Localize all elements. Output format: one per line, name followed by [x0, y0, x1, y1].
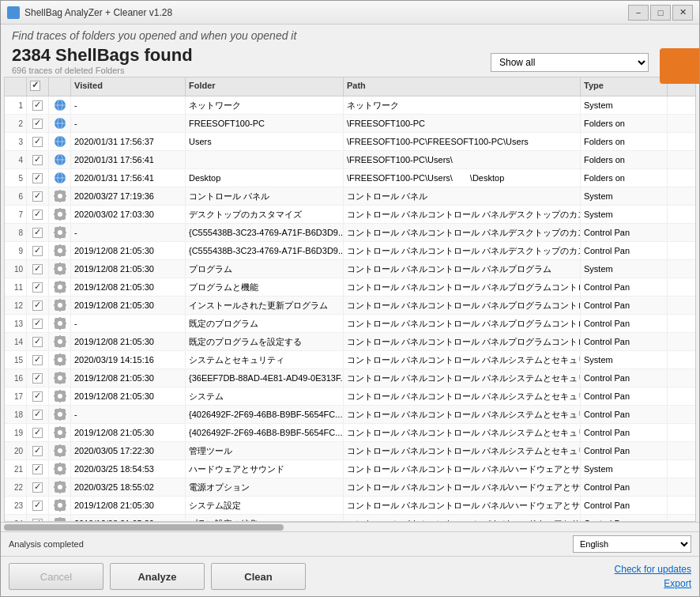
- table-row[interactable]: 15 2020/03/19 14:15:16 システムとセキュリティ コントロー…: [5, 351, 695, 369]
- row-check[interactable]: [32, 501, 43, 511]
- row-checkbox[interactable]: [27, 224, 49, 241]
- row-checkbox[interactable]: [27, 96, 49, 114]
- row-check[interactable]: [32, 137, 43, 147]
- analyze-button[interactable]: Analyze: [110, 563, 205, 590]
- row-checkbox[interactable]: [27, 333, 49, 350]
- svg-rect-83: [59, 390, 61, 392]
- row-checkbox[interactable]: [27, 187, 49, 205]
- table-row[interactable]: 6 2020/03/27 17:19:36 コントロール パネル コントロール …: [5, 187, 695, 206]
- table-row[interactable]: 5 2020/01/31 17:56:41 Desktop \FREESOFT1…: [5, 169, 695, 187]
- show-all-dropdown[interactable]: Show all: [491, 53, 649, 72]
- table-row[interactable]: 4 2020/01/31 17:56:41 \FREESOFT100-PC\Us…: [5, 151, 695, 169]
- deleted-traces-label: 696 traces of deleted Folders: [12, 66, 296, 75]
- table-row[interactable]: 24 2019/12/08 21:05:30 プラン設定の編集 コントロール パ…: [5, 515, 695, 521]
- row-checkbox[interactable]: [27, 369, 49, 387]
- table-row[interactable]: 2 - FREESOFT100-PC \FREESOFT100-PC Folde…: [5, 115, 695, 133]
- cancel-button[interactable]: Cancel: [9, 563, 103, 590]
- row-check[interactable]: [32, 519, 43, 522]
- row-check[interactable]: [32, 282, 43, 293]
- maximize-button[interactable]: □: [650, 5, 671, 21]
- row-checkbox[interactable]: [27, 478, 49, 496]
- check-updates-link[interactable]: Check for updates: [615, 564, 691, 575]
- table-row[interactable]: 16 2019/12/08 21:05:30 {36EEF7DB-88AD-4E…: [5, 369, 695, 387]
- table-row[interactable]: 9 2019/12/08 21:05:30 {C555438B-3C23-476…: [5, 242, 695, 260]
- analysis-status: Analysis completed: [9, 539, 84, 549]
- row-checkbox[interactable]: [27, 515, 49, 521]
- row-type: Control Pan: [581, 333, 668, 350]
- row-checkbox[interactable]: [27, 151, 49, 168]
- row-checkbox[interactable]: [27, 442, 49, 459]
- table-row[interactable]: 12 2019/12/08 21:05:30 インストールされた更新プログラム …: [5, 297, 695, 315]
- table-row[interactable]: 14 2019/12/08 21:05:30 既定のプログラムを設定する コント…: [5, 333, 695, 351]
- row-check[interactable]: [32, 246, 43, 256]
- scrollbar-thumb[interactable]: [4, 524, 284, 531]
- close-button[interactable]: ✕: [672, 5, 693, 21]
- select-all-checkbox[interactable]: [30, 81, 40, 91]
- row-folder: システム: [186, 387, 344, 405]
- row-check[interactable]: [32, 337, 43, 347]
- row-folder: {C555438B-3C23-4769-A71F-B6D3D9...: [186, 242, 344, 259]
- row-check[interactable]: [32, 319, 43, 329]
- row-type: System: [581, 206, 668, 223]
- row-icon: [49, 315, 71, 332]
- minimize-button[interactable]: −: [628, 5, 649, 21]
- row-checkbox[interactable]: [27, 424, 49, 441]
- clean-button[interactable]: Clean: [211, 563, 306, 590]
- row-check[interactable]: [32, 264, 43, 274]
- export-link[interactable]: Export: [664, 578, 691, 589]
- row-checkbox[interactable]: [27, 260, 49, 278]
- svg-rect-23: [59, 208, 61, 210]
- svg-rect-18: [59, 200, 61, 202]
- table-row[interactable]: 22 2020/03/25 18:55:02 電源オプション コントロール パネ…: [5, 478, 695, 497]
- row-check[interactable]: [32, 155, 43, 165]
- table-row[interactable]: 20 2020/03/05 17:22:30 管理ツール コントロール パネルコ…: [5, 442, 695, 460]
- row-checkbox[interactable]: [27, 242, 49, 259]
- row-check[interactable]: [32, 482, 43, 493]
- row-check[interactable]: [32, 228, 43, 238]
- row-checkbox[interactable]: [27, 115, 49, 132]
- row-check[interactable]: [32, 119, 43, 129]
- table-row[interactable]: 19 2019/12/08 21:05:30 {4026492F-2F69-46…: [5, 424, 695, 442]
- row-check[interactable]: [32, 355, 43, 365]
- row-checkbox[interactable]: [27, 297, 49, 314]
- row-checkbox[interactable]: [27, 387, 49, 405]
- row-check[interactable]: [32, 191, 43, 202]
- table-row[interactable]: 3 2020/01/31 17:56:37 Users \FREESOFT100…: [5, 133, 695, 151]
- row-checkbox[interactable]: [27, 351, 49, 368]
- row-check[interactable]: [32, 100, 43, 111]
- table-row[interactable]: 11 2019/12/08 21:05:30 プログラムと機能 コントロール パ…: [5, 278, 695, 297]
- row-check[interactable]: [32, 391, 43, 402]
- horizontal-scrollbar[interactable]: [1, 522, 699, 531]
- table-row[interactable]: 21 2020/03/25 18:54:53 ハードウェアとサウンド コントロー…: [5, 460, 695, 478]
- row-check[interactable]: [32, 410, 43, 420]
- svg-rect-35: [59, 244, 61, 247]
- row-check[interactable]: [32, 373, 43, 384]
- language-dropdown[interactable]: English: [573, 535, 691, 553]
- row-checkbox[interactable]: [27, 315, 49, 332]
- row-type: System: [581, 96, 668, 114]
- row-checkbox[interactable]: [27, 497, 49, 514]
- row-folder: {4026492F-2F69-46B8-B9BF-5654FC...: [186, 424, 344, 441]
- row-checkbox[interactable]: [27, 406, 49, 423]
- svg-rect-68: [64, 341, 66, 342]
- row-check[interactable]: [32, 446, 43, 456]
- table-row[interactable]: 1 - ネットワーク ネットワーク System: [5, 96, 695, 115]
- table-row[interactable]: 10 2019/12/08 21:05:30 プログラム コントロール パネルコ…: [5, 260, 695, 278]
- table-row[interactable]: 13 - 既定のプログラム コントロール パネルコントロール パネルプログラムコ…: [5, 315, 695, 333]
- row-checkbox[interactable]: [27, 278, 49, 296]
- table-row[interactable]: 17 2019/12/08 21:05:30 システム コントロール パネルコン…: [5, 387, 695, 406]
- table-row[interactable]: 23 2019/12/08 21:05:30 システム設定 コントロール パネル…: [5, 497, 695, 515]
- row-checkbox[interactable]: [27, 206, 49, 223]
- table-row[interactable]: 18 - {4026492F-2F69-46B8-B9BF-5654FC... …: [5, 406, 695, 424]
- row-check[interactable]: [32, 428, 43, 438]
- row-check[interactable]: [32, 210, 43, 220]
- row-check[interactable]: [32, 173, 43, 183]
- row-checkbox[interactable]: [27, 169, 49, 187]
- table-row[interactable]: 7 2020/03/02 17:03:30 デスクトップのカスタマイズ コントロ…: [5, 206, 695, 224]
- row-check[interactable]: [32, 300, 43, 311]
- row-check[interactable]: [32, 464, 43, 474]
- row-icon: [49, 369, 71, 387]
- table-row[interactable]: 8 - {C555438B-3C23-4769-A71F-B6D3D9... コ…: [5, 224, 695, 242]
- row-checkbox[interactable]: [27, 133, 49, 150]
- row-checkbox[interactable]: [27, 460, 49, 478]
